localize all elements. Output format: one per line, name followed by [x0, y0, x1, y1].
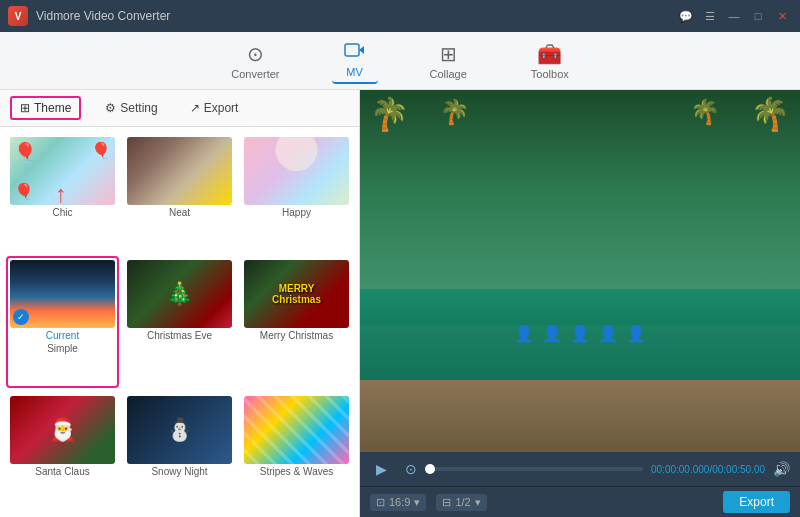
export-label: Export: [204, 101, 239, 115]
bottom-controls-row: ⊡ 16:9 ▾ ⊟ 1/2 ▾ Export: [360, 486, 800, 517]
player-controls: ▶ ⊙ 00:00:00.000/00:00:50.00 🔊: [360, 452, 800, 486]
theme-label-merry-christmas: Merry Christmas: [260, 330, 333, 341]
right-panel: 🌴 🌴 🌴 🌴 👤👤👤👤👤 ▶ ⊙: [360, 90, 800, 517]
play-button[interactable]: ▶: [370, 458, 392, 480]
maximize-button[interactable]: □: [748, 6, 768, 26]
theme-thumb-merry-christmas: MERRYChristmas: [244, 260, 349, 328]
tab-toolbox[interactable]: 🧰 Toolbox: [519, 38, 581, 84]
toolbox-icon: 🧰: [537, 42, 562, 66]
export-button[interactable]: Export: [723, 491, 790, 513]
theme-thumb-happy: [244, 137, 349, 205]
minimize-button[interactable]: —: [724, 6, 744, 26]
menu-icon[interactable]: ☰: [700, 6, 720, 26]
app-icon: V: [8, 6, 28, 26]
mv-icon: [344, 41, 366, 64]
chat-icon[interactable]: 💬: [676, 6, 696, 26]
main-content: ↑ ⊞ Theme ⚙ Setting ↗ Export 🎈: [0, 90, 800, 517]
theme-thumb-christmas-eve: 🎄: [127, 260, 232, 328]
title-bar: V Vidmore Video Converter 💬 ☰ — □ ✕: [0, 0, 800, 32]
progress-bar[interactable]: [430, 467, 643, 471]
theme-item-santa-claus[interactable]: 🎅 Santa Claus: [6, 392, 119, 511]
theme-label-simple-current: Current: [46, 330, 79, 341]
theme-label-christmas-eve: Christmas Eve: [147, 330, 212, 341]
video-preview: 🌴 🌴 🌴 🌴 👤👤👤👤👤: [360, 90, 800, 452]
theme-thumb-snowy-night: ⛄: [127, 396, 232, 464]
left-panel: ↑ ⊞ Theme ⚙ Setting ↗ Export 🎈: [0, 90, 360, 517]
tab-converter-label: Converter: [231, 68, 279, 80]
quality-selector[interactable]: ⊟ 1/2 ▾: [436, 494, 486, 511]
theme-label-happy: Happy: [282, 207, 311, 218]
collage-icon: ⊞: [440, 42, 457, 66]
theme-item-merry-christmas[interactable]: MERRYChristmas Merry Christmas: [240, 256, 353, 388]
time-total: 00:00:50.00: [712, 464, 765, 475]
window-controls: 💬 ☰ — □ ✕: [676, 6, 792, 26]
svg-rect-0: [345, 44, 359, 56]
theme-item-christmas-eve[interactable]: 🎄 Christmas Eve: [123, 256, 236, 388]
theme-item-stripes-waves[interactable]: Stripes & Waves: [240, 392, 353, 511]
red-arrow-indicator: ↑: [55, 180, 67, 208]
theme-button[interactable]: ⊞ Theme: [10, 96, 81, 120]
quality-value: 1/2: [455, 496, 470, 508]
converter-icon: ⊙: [247, 42, 264, 66]
theme-label: Theme: [34, 101, 71, 115]
progress-dot: [425, 464, 435, 474]
setting-label: Setting: [120, 101, 157, 115]
time-current: 00:00:00.000: [651, 464, 709, 475]
close-button[interactable]: ✕: [772, 6, 792, 26]
theme-thumb-neat: [127, 137, 232, 205]
theme-grid: 🎈 🎈 🎈 Chic Neat: [0, 127, 359, 517]
tab-collage[interactable]: ⊞ Collage: [418, 38, 479, 84]
theme-label-neat: Neat: [169, 207, 190, 218]
theme-item-neat[interactable]: Neat: [123, 133, 236, 252]
nav-tabs: ⊙ Converter MV ⊞ Collage 🧰 Toolbox: [0, 32, 800, 90]
setting-icon: ⚙: [105, 101, 116, 115]
theme-label-snowy-night: Snowy Night: [151, 466, 207, 477]
selected-badge: ✓: [13, 309, 29, 325]
ratio-value: 16:9: [389, 496, 410, 508]
time-display: 00:00:00.000/00:00:50.00: [651, 464, 765, 475]
theme-icon: ⊞: [20, 101, 30, 115]
theme-thumb-santa-claus: 🎅: [10, 396, 115, 464]
volume-icon[interactable]: 🔊: [773, 461, 790, 477]
stop-button[interactable]: ⊙: [400, 458, 422, 480]
theme-label-chic: Chic: [52, 207, 72, 218]
export-icon: ↗: [190, 101, 200, 115]
sub-toolbar: ⊞ Theme ⚙ Setting ↗ Export: [0, 90, 359, 127]
tab-mv[interactable]: MV: [332, 37, 378, 84]
theme-thumb-simple: ✓: [10, 260, 115, 328]
theme-item-snowy-night[interactable]: ⛄ Snowy Night: [123, 392, 236, 511]
tab-converter[interactable]: ⊙ Converter: [219, 38, 291, 84]
tab-toolbox-label: Toolbox: [531, 68, 569, 80]
ratio-icon: ⊡: [376, 496, 385, 509]
export-button[interactable]: ↗ Export: [182, 98, 247, 118]
setting-button[interactable]: ⚙ Setting: [97, 98, 165, 118]
theme-thumb-stripes-waves: [244, 396, 349, 464]
theme-item-simple[interactable]: ✓ Current Simple: [6, 256, 119, 388]
tab-collage-label: Collage: [430, 68, 467, 80]
theme-label-santa-claus: Santa Claus: [35, 466, 89, 477]
app-title: Vidmore Video Converter: [36, 9, 676, 23]
ratio-selector[interactable]: ⊡ 16:9 ▾: [370, 494, 426, 511]
quality-icon: ⊟: [442, 496, 451, 509]
theme-item-happy[interactable]: Happy: [240, 133, 353, 252]
quality-chevron: ▾: [475, 496, 481, 509]
tab-mv-label: MV: [346, 66, 363, 78]
theme-label-stripes-waves: Stripes & Waves: [260, 466, 334, 477]
ratio-chevron: ▾: [414, 496, 420, 509]
theme-label-simple: Simple: [47, 343, 78, 354]
